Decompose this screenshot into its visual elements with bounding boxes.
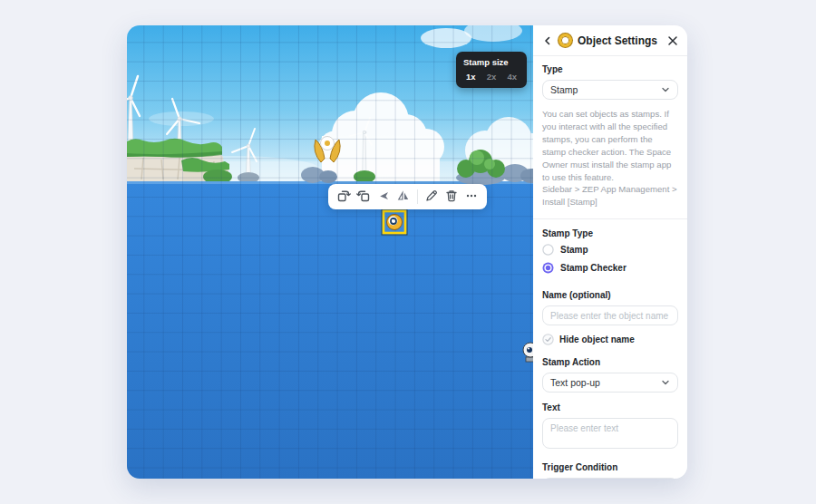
stamp-action-select[interactable]: Text pop-up <box>542 373 678 393</box>
stamp-install-path: Sidebar > ZEP App Management > Install [… <box>542 183 678 208</box>
panel-header: Object Settings <box>533 25 687 56</box>
flip-horizontal-icon <box>396 189 411 206</box>
more-options-button[interactable] <box>462 187 481 207</box>
stamp-size-option-2x[interactable]: 2x <box>487 72 497 82</box>
rotate-left-button[interactable] <box>355 187 373 207</box>
radio-stamp-checker-label: Stamp Checker <box>560 263 627 273</box>
rotate-left-icon <box>356 189 371 206</box>
stamp-description: You can set objects as stamps. If you in… <box>542 108 678 183</box>
flip-horizontal-button[interactable] <box>394 187 413 207</box>
ellipsis-icon <box>464 189 479 206</box>
trigger-condition-label: Trigger Condition <box>542 462 678 472</box>
chevron-down-icon <box>661 85 670 94</box>
section-divider <box>533 218 687 219</box>
stamp-type-label: Stamp Type <box>542 228 678 238</box>
radio-stamp-checker[interactable]: Stamp Checker <box>542 262 678 274</box>
object-settings-panel: Object Settings Type Stamp You can set o… <box>533 25 687 479</box>
panel-body: Type Stamp You can set objects as stamps… <box>533 56 687 479</box>
radio-selected-icon <box>542 262 554 274</box>
stamp-action-value: Text pop-up <box>550 377 661 388</box>
stamp-size-option-4x[interactable]: 4x <box>507 72 517 82</box>
toolbar-divider <box>417 189 418 204</box>
selected-stamp-object[interactable] <box>382 209 407 235</box>
delete-button[interactable] <box>442 187 461 207</box>
rotate-right-button[interactable] <box>335 187 353 207</box>
stamp-size-option-1x[interactable]: 1x <box>466 72 476 82</box>
stamp-size-tooltip: Stamp size 1x 2x 4x <box>456 52 527 88</box>
radio-stamp[interactable]: Stamp <box>542 244 678 256</box>
edge-stamp-object[interactable] <box>523 343 533 362</box>
map-canvas[interactable]: Stamp size 1x 2x 4x <box>127 25 533 479</box>
flip-vertical-icon <box>376 189 391 206</box>
flip-vertical-button[interactable] <box>374 187 393 207</box>
text-label: Text <box>542 402 678 412</box>
name-label: Name (optional) <box>542 290 678 300</box>
hide-object-name-checkbox[interactable]: Hide object name <box>542 334 678 345</box>
circle-check-icon <box>542 334 554 345</box>
type-select-value: Stamp <box>550 84 661 95</box>
stamp-size-title: Stamp size <box>463 57 520 67</box>
trash-icon <box>444 189 459 206</box>
rotate-right-icon <box>336 189 351 206</box>
panel-title: Object Settings <box>578 34 662 47</box>
trigger-condition-select[interactable]: Stamp amount check <box>542 478 678 479</box>
object-toolbar <box>328 184 487 209</box>
object-name-input[interactable] <box>542 305 678 325</box>
stamp-action-label: Stamp Action <box>542 357 678 367</box>
edit-button[interactable] <box>423 187 441 207</box>
radio-stamp-label: Stamp <box>560 245 588 255</box>
back-button[interactable] <box>542 35 553 46</box>
popup-text-input[interactable] <box>542 418 678 449</box>
close-button[interactable] <box>667 35 678 46</box>
type-select[interactable]: Stamp <box>542 80 678 100</box>
editor-window: Stamp size 1x 2x 4x Object Settings Type… <box>127 25 687 479</box>
stamp-wings-object[interactable] <box>315 137 340 163</box>
hide-object-name-label: Hide object name <box>559 334 635 344</box>
chevron-down-icon <box>661 378 670 387</box>
radio-unselected-icon <box>542 244 554 256</box>
stamp-ring-icon <box>559 34 572 47</box>
pencil-icon <box>424 189 439 206</box>
type-label: Type <box>542 64 678 74</box>
